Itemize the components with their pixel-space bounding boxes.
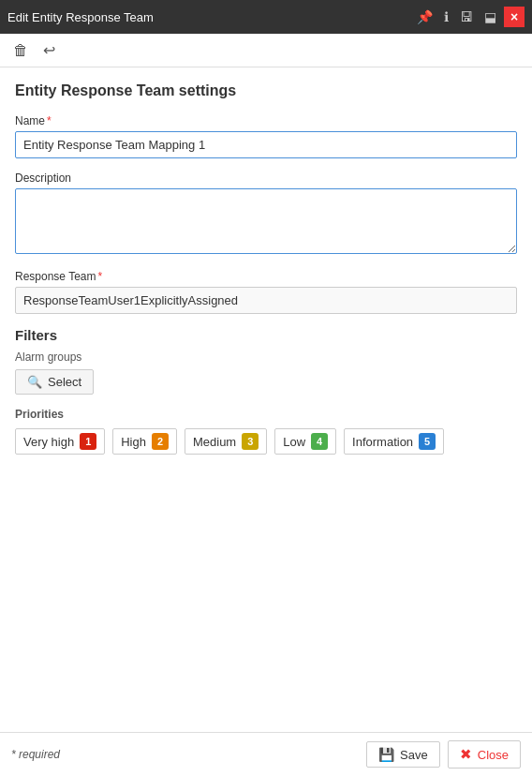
priority-badge: 1 xyxy=(80,433,96,450)
name-input[interactable] xyxy=(15,131,517,158)
save-icon: 💾 xyxy=(378,747,394,762)
priority-chip: Information 5 xyxy=(344,428,444,455)
search-icon: 🔍 xyxy=(27,375,42,389)
select-btn-label: Select xyxy=(48,375,81,389)
export-icon[interactable]: 🖫 xyxy=(456,7,477,26)
description-field-group: Description xyxy=(15,172,517,257)
priority-badge: 5 xyxy=(419,433,436,450)
priorities-label: Priorities xyxy=(15,408,517,421)
priority-label: Low xyxy=(283,435,305,449)
toggle-icon[interactable]: ⬓ xyxy=(480,7,500,26)
priority-label: Medium xyxy=(193,435,236,449)
close-button[interactable]: ✖ Close xyxy=(448,740,521,769)
save-button[interactable]: 💾 Save xyxy=(366,741,440,768)
priority-label: High xyxy=(121,435,146,449)
footer-buttons: 💾 Save ✖ Close xyxy=(366,740,521,769)
back-button[interactable]: ↩ xyxy=(39,39,59,61)
name-required-star: * xyxy=(47,114,52,127)
priority-badge: 3 xyxy=(242,433,259,450)
close-icon: ✖ xyxy=(460,746,472,763)
window-title: Edit Entity Response Team xyxy=(7,10,154,24)
response-team-required-star: * xyxy=(98,270,103,283)
priorities-row: Very high 1 High 2 Medium 3 Low 4 Inform… xyxy=(15,428,517,455)
priority-chip: High 2 xyxy=(112,428,177,455)
section-title: Entity Response Team settings xyxy=(15,82,517,99)
response-team-value: ResponseTeamUser1ExplicitlyAssigned xyxy=(15,287,517,314)
priority-badge: 2 xyxy=(152,433,169,450)
priority-chip: Medium 3 xyxy=(185,428,267,455)
priority-chip: Low 4 xyxy=(274,428,336,455)
priority-label: Very high xyxy=(23,435,74,449)
name-field-group: Name* xyxy=(15,114,517,158)
priority-badge: 4 xyxy=(311,433,328,450)
title-bar-icons: 📌 ℹ 🖫 ⬓ × xyxy=(413,7,525,27)
required-note: * required xyxy=(11,748,60,761)
description-input[interactable] xyxy=(15,188,517,254)
alarm-groups-select-button[interactable]: 🔍 Select xyxy=(15,369,94,395)
priority-chip: Very high 1 xyxy=(15,428,105,455)
title-bar: Edit Entity Response Team 📌 ℹ 🖫 ⬓ × xyxy=(0,0,532,34)
alarm-groups-label: Alarm groups xyxy=(15,351,517,364)
response-team-label: Response Team* xyxy=(15,270,517,283)
filters-title: Filters xyxy=(15,327,517,343)
response-team-field-group: Response Team* ResponseTeamUser1Explicit… xyxy=(15,270,517,314)
priority-label: Information xyxy=(352,435,413,449)
info-icon[interactable]: ℹ xyxy=(440,7,452,26)
description-label: Description xyxy=(15,172,517,185)
name-label: Name* xyxy=(15,114,517,127)
pin-icon[interactable]: 📌 xyxy=(413,7,436,26)
close-window-button[interactable]: × xyxy=(504,7,525,27)
delete-button[interactable]: 🗑 xyxy=(9,40,32,61)
toolbar: 🗑 ↩ xyxy=(0,34,532,67)
footer: * required 💾 Save ✖ Close xyxy=(0,732,532,776)
main-content: Entity Response Team settings Name* Desc… xyxy=(0,67,532,732)
